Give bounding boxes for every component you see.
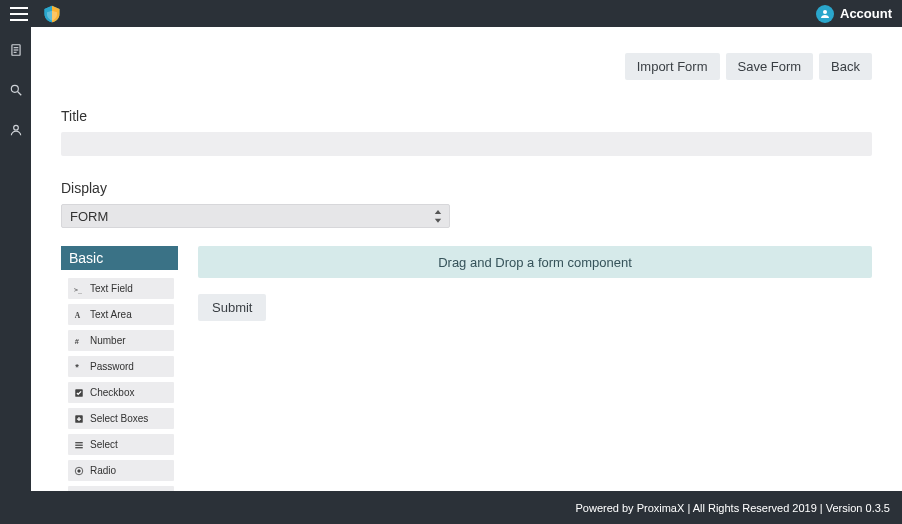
logo-icon	[42, 4, 62, 24]
svg-point-7	[13, 125, 18, 130]
palette-item-label: Radio	[90, 465, 116, 476]
title-label: Title	[61, 108, 872, 124]
svg-text:>_: >_	[74, 285, 82, 293]
back-button[interactable]: Back	[819, 53, 872, 80]
asterisk-icon: *	[74, 362, 84, 372]
palette-item-password[interactable]: *Password	[68, 356, 174, 377]
svg-point-5	[11, 85, 18, 92]
import-form-button[interactable]: Import Form	[625, 53, 720, 80]
form-canvas: Drag and Drop a form component Submit	[198, 246, 872, 491]
dot-circle-icon	[74, 466, 84, 476]
svg-point-18	[78, 469, 81, 472]
terminal-icon: >_	[74, 284, 84, 294]
palette-item-label: Select Boxes	[90, 413, 148, 424]
nav-forms-icon[interactable]	[9, 43, 23, 57]
content: Import Form Save Form Back Title Display…	[31, 27, 902, 524]
main: Import Form Save Form Back Title Display…	[0, 27, 902, 524]
palette-item-select-boxes[interactable]: Select Boxes	[68, 408, 174, 429]
palette-item-label: Checkbox	[90, 387, 134, 398]
topbar: Account	[0, 0, 902, 27]
palette-item-label: Text Area	[90, 309, 132, 320]
font-icon: A	[74, 310, 84, 320]
search-icon[interactable]	[9, 83, 23, 97]
palette-item-label: Number	[90, 335, 126, 346]
svg-rect-16	[75, 447, 83, 448]
palette-header[interactable]: Basic	[61, 246, 178, 270]
svg-rect-14	[75, 442, 83, 443]
content-scroll[interactable]: Import Form Save Form Back Title Display…	[31, 27, 902, 491]
user-icon[interactable]	[9, 123, 23, 137]
svg-rect-15	[75, 444, 83, 445]
svg-line-6	[17, 92, 21, 96]
account-menu[interactable]: Account	[816, 5, 892, 23]
display-label: Display	[61, 180, 872, 196]
list-icon	[74, 440, 84, 450]
palette-item-number[interactable]: #Number	[68, 330, 174, 351]
submit-button[interactable]: Submit	[198, 294, 266, 321]
svg-text:A: A	[75, 310, 81, 319]
account-icon	[816, 5, 834, 23]
hash-icon: #	[74, 336, 84, 346]
palette-item-text-area[interactable]: AText Area	[68, 304, 174, 325]
save-form-button[interactable]: Save Form	[726, 53, 814, 80]
palette-item-select[interactable]: Select	[68, 434, 174, 455]
account-label: Account	[840, 6, 892, 21]
palette-item-checkbox[interactable]: Checkbox	[68, 382, 174, 403]
builder: Basic >_Text FieldAText Area#Number*Pass…	[61, 246, 872, 491]
footer-text: Powered by ProximaX | All Rights Reserve…	[576, 502, 891, 514]
dropzone[interactable]: Drag and Drop a form component	[198, 246, 872, 278]
display-select[interactable]: FORM	[61, 204, 450, 228]
svg-text:*: *	[75, 362, 79, 372]
title-input[interactable]	[61, 132, 872, 156]
palette-item-label: Password	[90, 361, 134, 372]
check-square-icon	[74, 388, 84, 398]
sidenav	[0, 27, 31, 524]
palette-item-label: Select	[90, 439, 118, 450]
svg-text:#: #	[75, 336, 80, 345]
palette-item-radio[interactable]: Radio	[68, 460, 174, 481]
action-row: Import Form Save Form Back	[61, 53, 872, 80]
menu-icon[interactable]	[10, 7, 28, 21]
palette-item-label: Text Field	[90, 283, 133, 294]
component-palette: Basic >_Text FieldAText Area#Number*Pass…	[61, 246, 178, 491]
palette-item-text-field[interactable]: >_Text Field	[68, 278, 174, 299]
svg-point-0	[823, 10, 827, 14]
plus-square-icon	[74, 414, 84, 424]
footer: Powered by ProximaX | All Rights Reserve…	[31, 491, 902, 524]
